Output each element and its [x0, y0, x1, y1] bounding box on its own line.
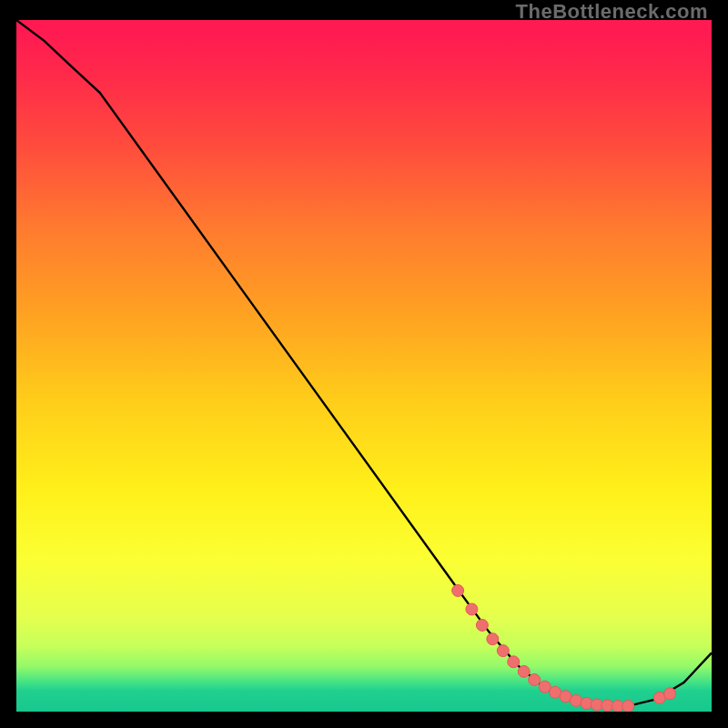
heat-background — [16, 20, 712, 712]
marker-dot — [571, 694, 582, 706]
marker-dot — [466, 603, 478, 615]
marker-dot — [664, 688, 676, 700]
marker-dot — [581, 697, 592, 709]
marker-dot — [539, 681, 551, 693]
marker-dot — [518, 665, 530, 677]
marker-dot — [622, 700, 634, 712]
marker-dot — [476, 620, 488, 632]
bottleneck-chart — [16, 20, 712, 712]
marker-dot — [497, 645, 509, 657]
marker-dot — [452, 585, 464, 597]
chart-stage: TheBottleneck.com — [0, 0, 728, 728]
marker-dot — [487, 633, 499, 645]
marker-dot — [529, 674, 541, 686]
marker-dot — [508, 656, 520, 668]
